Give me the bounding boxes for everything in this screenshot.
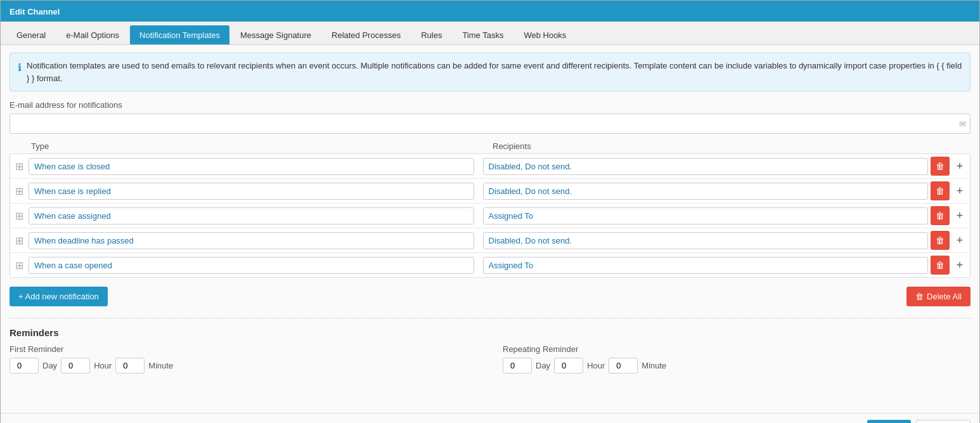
reminder-groups: First Reminder Day Hour Minute Repeating… <box>10 344 970 374</box>
type-select[interactable]: When case is closed When case is replied… <box>29 158 474 175</box>
reminders-title: Reminders <box>10 327 970 338</box>
first-reminder-label: First Reminder <box>10 344 477 354</box>
type-select[interactable]: When case is closed When case is replied… <box>29 183 474 200</box>
delete-row-button[interactable]: 🗑 <box>931 231 950 250</box>
type-select-wrap: When case is closed When case is replied… <box>29 232 474 249</box>
minute-unit-label: Minute <box>148 361 173 370</box>
hour-unit-label: Hour <box>587 361 605 370</box>
edit-channel-modal: Edit Channel General e-Mail Options Noti… <box>0 0 980 423</box>
drag-handle-icon[interactable]: ⊞ <box>13 259 26 271</box>
add-row-button[interactable]: + <box>952 231 967 250</box>
delete-row-button[interactable]: 🗑 <box>931 256 950 275</box>
drag-handle-icon[interactable]: ⊞ <box>13 185 26 197</box>
recipient-select[interactable]: Disabled, Do not send. Assigned To All A… <box>483 207 929 225</box>
info-icon: ℹ <box>18 60 22 84</box>
col-type-header: Type <box>29 141 490 151</box>
tab-rules[interactable]: Rules <box>411 25 451 44</box>
delete-row-button[interactable]: 🗑 <box>931 181 950 200</box>
recipient-select[interactable]: Disabled, Do not send. Assigned To All A… <box>483 232 929 249</box>
info-banner: ℹ Notification templates are used to sen… <box>10 53 970 91</box>
actions-row: + Add new notification 🗑 Delete All <box>10 287 970 306</box>
notification-table: ⊞ When case is closed When case is repli… <box>10 153 970 278</box>
hour-unit-label: Hour <box>94 361 112 370</box>
recipient-select[interactable]: Disabled, Do not send. Assigned To All A… <box>483 183 929 200</box>
cancel-button[interactable]: ✕ Cancel <box>916 420 970 423</box>
repeating-reminder-label: Repeating Reminder <box>503 344 970 354</box>
first-reminder-minute-input[interactable] <box>115 358 145 374</box>
email-input[interactable] <box>14 119 959 129</box>
day-unit-label: Day <box>536 361 550 370</box>
repeating-reminder-hour-input[interactable] <box>554 358 583 374</box>
type-select[interactable]: When case is closed When case is replied… <box>29 207 474 225</box>
recipient-select-wrap: Disabled, Do not send. Assigned To All A… <box>483 207 929 225</box>
modal-title: Edit Channel <box>1 1 979 22</box>
table-row: ⊞ When case is closed When case is repli… <box>10 204 970 228</box>
delete-row-button[interactable]: 🗑 <box>931 157 950 176</box>
first-reminder-hour-input[interactable] <box>61 358 90 374</box>
trash-icon: 🗑 <box>915 292 924 301</box>
drag-handle-icon[interactable]: ⊞ <box>13 160 26 172</box>
email-label: E-mail address for notifications <box>10 100 970 110</box>
add-row-button[interactable]: + <box>952 206 967 225</box>
tab-message-signature[interactable]: Message Signature <box>231 25 321 44</box>
tab-email-options[interactable]: e-Mail Options <box>56 25 129 44</box>
col-recipients-header: Recipients <box>490 141 951 151</box>
first-reminder-inputs: Day Hour Minute <box>10 358 477 374</box>
tab-bar: General e-Mail Options Notification Temp… <box>1 22 979 45</box>
table-row: ⊞ When case is closed When case is repli… <box>10 228 970 253</box>
minute-unit-label: Minute <box>642 361 666 370</box>
recipient-select-wrap: Disabled, Do not send. Assigned To All A… <box>483 257 929 274</box>
table-header: Type Recipients <box>10 141 970 151</box>
tab-notification-templates[interactable]: Notification Templates <box>130 25 229 44</box>
type-select[interactable]: When case is closed When case is replied… <box>29 232 474 249</box>
day-unit-label: Day <box>42 361 57 370</box>
type-select-wrap: When case is closed When case is replied… <box>29 207 474 225</box>
first-reminder-day-input[interactable] <box>10 358 39 374</box>
email-input-wrap: ✉ <box>10 114 970 134</box>
reminders-section: Reminders First Reminder Day Hour Minute… <box>10 318 970 374</box>
repeating-reminder-inputs: Day Hour Minute <box>503 358 970 374</box>
delete-all-button[interactable]: 🗑 Delete All <box>906 287 970 306</box>
delete-row-button[interactable]: 🗑 <box>931 206 950 225</box>
type-select-wrap: When case is closed When case is replied… <box>29 183 474 200</box>
tab-time-tasks[interactable]: Time Tasks <box>453 25 513 44</box>
type-select-wrap: When case is closed When case is replied… <box>29 257 474 274</box>
repeating-reminder-group: Repeating Reminder Day Hour Minute <box>503 344 970 374</box>
add-notification-button[interactable]: + Add new notification <box>10 287 108 306</box>
ok-button[interactable]: ✔ Ok <box>867 420 911 423</box>
tab-content: ℹ Notification templates are used to sen… <box>1 45 979 413</box>
table-row: ⊞ When case is closed When case is repli… <box>10 154 970 179</box>
add-row-button[interactable]: + <box>952 181 967 200</box>
tab-web-hooks[interactable]: Web Hooks <box>514 25 576 44</box>
repeating-reminder-minute-input[interactable] <box>609 358 638 374</box>
type-select[interactable]: When case is closed When case is replied… <box>29 257 474 274</box>
type-select-wrap: When case is closed When case is replied… <box>29 158 474 175</box>
recipient-select-wrap: Disabled, Do not send. Assigned To All A… <box>483 232 929 249</box>
table-row: ⊞ When case is closed When case is repli… <box>10 253 970 277</box>
recipient-select[interactable]: Disabled, Do not send. Assigned To All A… <box>483 257 929 274</box>
recipient-select[interactable]: Disabled, Do not send. Assigned To All A… <box>483 158 929 175</box>
email-icon: ✉ <box>959 119 966 129</box>
modal-footer: ✔ Ok ✕ Cancel <box>1 413 979 423</box>
recipient-select-wrap: Disabled, Do not send. Assigned To All A… <box>483 183 929 200</box>
recipient-select-wrap: Disabled, Do not send. Assigned To All A… <box>483 158 929 175</box>
drag-handle-icon[interactable]: ⊞ <box>13 235 26 247</box>
tab-general[interactable]: General <box>7 25 55 44</box>
drag-handle-icon[interactable]: ⊞ <box>13 210 26 222</box>
repeating-reminder-day-input[interactable] <box>503 358 532 374</box>
table-row: ⊞ When case is closed When case is repli… <box>10 179 970 204</box>
add-row-button[interactable]: + <box>952 157 967 176</box>
first-reminder-group: First Reminder Day Hour Minute <box>10 344 477 374</box>
tab-related-processes[interactable]: Related Processes <box>322 25 410 44</box>
add-row-button[interactable]: + <box>952 256 967 275</box>
